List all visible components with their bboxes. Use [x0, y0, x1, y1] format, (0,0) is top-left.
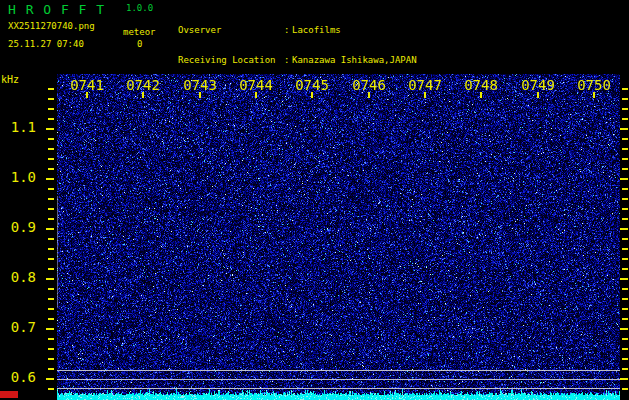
axis-tick — [48, 338, 54, 340]
axis-tick — [622, 148, 628, 150]
axis-tick — [593, 92, 595, 98]
level-grid-line — [57, 379, 620, 380]
spectrogram-canvas — [57, 74, 620, 400]
axis-tick — [622, 358, 628, 360]
axis-tick — [46, 328, 54, 330]
axis-tick — [48, 358, 54, 360]
axis-tick — [622, 88, 628, 90]
time-tick-label: 0741 — [65, 78, 109, 92]
freq-tick-label: 1.0 — [0, 170, 36, 184]
axis-tick — [537, 92, 539, 98]
axis-tick — [48, 218, 54, 220]
axis-tick — [620, 178, 628, 180]
axis-tick — [46, 278, 54, 280]
freq-tick-label: 0.8 — [0, 270, 36, 284]
time-tick-label: 0747 — [403, 78, 447, 92]
axis-tick — [48, 108, 54, 110]
axis-tick — [48, 298, 54, 300]
axis-tick — [622, 158, 628, 160]
axis-tick — [622, 208, 628, 210]
hrofft-screen: H R O F F T 1.0.0 XX2511270740.png meteo… — [0, 0, 629, 400]
axis-tick — [311, 92, 313, 98]
axis-tick — [368, 92, 370, 98]
axis-tick — [622, 108, 628, 110]
axis-tick — [620, 328, 628, 330]
axis-tick — [48, 238, 54, 240]
axis-tick — [622, 308, 628, 310]
axis-tick — [46, 128, 54, 130]
time-tick-label: 0743 — [178, 78, 222, 92]
axis-tick — [48, 88, 54, 90]
mode-label: meteor — [123, 28, 156, 37]
axis-tick — [622, 318, 628, 320]
freq-tick-label: 0.7 — [0, 320, 36, 334]
axis-tick — [48, 258, 54, 260]
axis-tick — [48, 148, 54, 150]
level-grid-line — [57, 370, 620, 371]
axis-tick — [622, 198, 628, 200]
axis-tick — [622, 368, 628, 370]
axis-tick — [480, 92, 482, 98]
axis-tick — [48, 388, 54, 390]
axis-tick — [620, 278, 628, 280]
axis-tick — [48, 188, 54, 190]
axis-tick — [48, 118, 54, 120]
time-tick-label: 0748 — [459, 78, 503, 92]
time-tick-label: 0746 — [347, 78, 391, 92]
freq-tick-label: 0.6 — [0, 370, 36, 384]
axis-tick — [48, 368, 54, 370]
axis-tick — [86, 92, 88, 98]
axis-tick — [48, 208, 54, 210]
axis-tick — [622, 168, 628, 170]
axis-tick — [622, 238, 628, 240]
axis-tick — [48, 308, 54, 310]
info-label: Ovserver — [178, 24, 284, 36]
axis-tick — [424, 92, 426, 98]
axis-tick — [48, 268, 54, 270]
station-info-row: Ovserver:Lacofilms — [178, 24, 417, 36]
axis-tick — [620, 128, 628, 130]
axis-tick — [620, 228, 628, 230]
axis-tick — [622, 138, 628, 140]
axis-tick — [48, 318, 54, 320]
time-tick-label: 0750 — [572, 78, 616, 92]
axis-tick — [46, 228, 54, 230]
info-colon: : — [284, 54, 292, 66]
freq-tick-label: 0.9 — [0, 220, 36, 234]
meteor-count: 0 — [137, 40, 142, 49]
plot-edge-line — [57, 196, 58, 308]
axis-tick — [622, 248, 628, 250]
info-colon: : — [284, 24, 292, 36]
axis-tick — [48, 158, 54, 160]
freq-unit-label: kHz — [1, 75, 19, 85]
axis-tick — [622, 388, 628, 390]
freq-tick-label: 1.1 — [0, 120, 36, 134]
info-value: Kanazawa Ishikawa,JAPAN — [292, 55, 417, 65]
axis-tick — [622, 98, 628, 100]
axis-tick — [622, 268, 628, 270]
app-version: 1.0.0 — [126, 4, 153, 13]
axis-tick — [622, 218, 628, 220]
info-value: Lacofilms — [292, 25, 341, 35]
axis-tick — [48, 168, 54, 170]
axis-tick — [622, 118, 628, 120]
axis-tick — [46, 178, 54, 180]
axis-tick — [48, 138, 54, 140]
axis-tick — [622, 288, 628, 290]
axis-tick — [48, 348, 54, 350]
axis-tick — [142, 92, 144, 98]
axis-tick — [622, 298, 628, 300]
time-tick-label: 0744 — [234, 78, 278, 92]
capture-datetime: 25.11.27 07:40 — [8, 40, 84, 49]
level-alert-bar — [0, 391, 18, 398]
time-tick-label: 0742 — [121, 78, 165, 92]
level-grid-line — [57, 388, 620, 389]
axis-tick — [48, 98, 54, 100]
axis-tick — [48, 198, 54, 200]
info-label: Receiving Location — [178, 54, 284, 66]
axis-tick — [622, 348, 628, 350]
axis-tick — [48, 248, 54, 250]
axis-tick — [199, 92, 201, 98]
axis-tick — [622, 338, 628, 340]
time-tick-label: 0745 — [290, 78, 334, 92]
